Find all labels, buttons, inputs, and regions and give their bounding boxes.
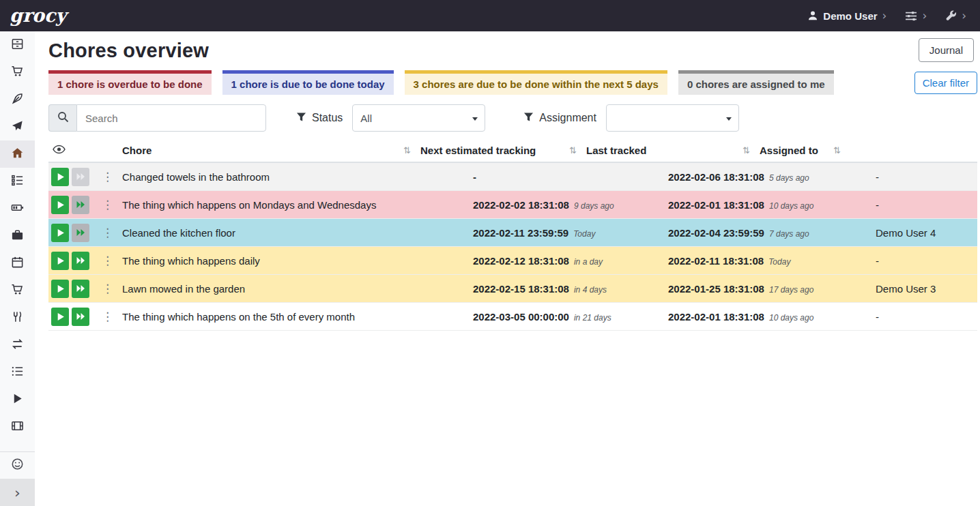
briefcase-icon xyxy=(11,228,24,244)
skip-chore-button[interactable] xyxy=(72,196,89,214)
sidebar-item-purchase[interactable] xyxy=(0,277,35,304)
skip-chore-button[interactable] xyxy=(72,252,89,270)
stock-overview-icon xyxy=(11,38,24,53)
assigned-to-cell: - xyxy=(876,170,977,184)
banner-due-soon[interactable]: 3 chores are due to be done within the n… xyxy=(405,70,667,95)
journal-button[interactable]: Journal xyxy=(919,38,974,62)
last-tracked-cell: 2022-02-01 18:31:0810 days ago xyxy=(668,198,876,212)
sidebar-item-shopping-list[interactable] xyxy=(0,59,35,86)
admin-tools-menu[interactable]: › xyxy=(945,10,966,22)
chore-name[interactable]: Cleaned the kitchen floor xyxy=(122,226,473,240)
last-tracked-cell: 2022-01-25 18:31:0817 days ago xyxy=(668,282,876,296)
track-chore-button[interactable] xyxy=(51,252,69,270)
sidebar-item-calendar[interactable] xyxy=(0,250,35,277)
row-menu-button[interactable]: ⋮ xyxy=(98,199,117,211)
filter-funnel-icon xyxy=(296,112,306,125)
table-row: ⋮ Changed towels in the bathroom - 2022-… xyxy=(48,163,977,191)
track-chore-button[interactable] xyxy=(51,196,69,214)
header-last-tracked[interactable]: Last tracked ⇅ xyxy=(582,139,755,162)
sidebar-collapse-toggle[interactable]: › xyxy=(0,479,35,506)
banner-assigned-to-me[interactable]: 0 chores are assigned to me xyxy=(678,70,834,95)
assigned-to-cell: - xyxy=(876,198,977,212)
row-menu-button[interactable]: ⋮ xyxy=(98,311,117,323)
table-row: ⋮ The thing which happens daily 2022-02-… xyxy=(48,247,977,275)
navbar-right: Demo User › › › xyxy=(807,10,966,22)
sidebar-item-transfer[interactable] xyxy=(0,331,35,359)
next-tracking-cell: 2022-02-12 18:31:08in a day xyxy=(473,254,668,268)
row-menu-button[interactable]: ⋮ xyxy=(98,283,117,295)
row-menu-button[interactable]: ⋮ xyxy=(98,255,117,267)
search-group xyxy=(48,104,266,132)
assigned-to-cell: Demo User 3 xyxy=(876,282,977,296)
search-icon xyxy=(57,111,69,125)
status-select[interactable]: All xyxy=(352,104,485,132)
chore-name[interactable]: Changed towels in the bathroom xyxy=(122,170,473,184)
sidebar-item-batteries-overview[interactable] xyxy=(0,195,35,222)
row-actions: ⋮ xyxy=(48,166,122,188)
sliders-icon xyxy=(905,10,917,22)
sidebar-spacer xyxy=(0,441,35,451)
chore-name[interactable]: The thing which happens on the 5th of ev… xyxy=(122,310,473,324)
header-next-estimated-tracking[interactable]: Next estimated tracking ⇅ xyxy=(416,139,582,162)
user-menu[interactable]: Demo User › xyxy=(807,10,887,22)
chore-name[interactable]: Lawn mowed in the garden xyxy=(122,282,473,296)
user-icon xyxy=(807,10,818,21)
track-chore-button[interactable] xyxy=(51,308,69,326)
sidebar-item-tasks[interactable] xyxy=(0,168,35,195)
skip-chore-button[interactable] xyxy=(72,224,89,242)
play-icon xyxy=(11,392,24,408)
smiley-icon xyxy=(11,458,24,473)
chore-name[interactable]: The thing which happens on Mondays and W… xyxy=(122,198,473,212)
sort-icon[interactable]: ⇅ xyxy=(569,145,577,155)
sidebar-item-recipes[interactable] xyxy=(0,86,35,113)
skip-chore-button[interactable] xyxy=(72,308,89,326)
sidebar-item-consume[interactable] xyxy=(0,304,35,331)
page-header: Chores overview Journal xyxy=(48,38,977,62)
next-tracking-cell: 2022-02-11 23:59:59Today xyxy=(473,226,668,240)
sidebar-item-meal-plan[interactable] xyxy=(0,113,35,140)
paper-plane-icon xyxy=(11,119,24,135)
sort-icon[interactable]: ⇅ xyxy=(833,145,841,155)
chevron-right-icon: › xyxy=(962,10,966,22)
chevron-right-icon: › xyxy=(14,484,20,501)
next-tracking-cell: - xyxy=(473,170,668,184)
banner-overdue[interactable]: 1 chore is overdue to be done xyxy=(48,70,212,95)
sidebar: › xyxy=(0,31,35,506)
top-navbar: grocy Demo User › › › xyxy=(0,0,980,31)
sidebar-item-feedback[interactable] xyxy=(0,451,35,479)
next-tracking-cell: 2022-02-15 18:31:08in 4 days xyxy=(473,282,668,296)
search-input[interactable] xyxy=(76,104,266,132)
track-chore-button[interactable] xyxy=(51,224,69,242)
row-menu-button[interactable]: ⋮ xyxy=(98,171,117,183)
sidebar-item-chore-tracking[interactable] xyxy=(0,386,35,413)
assignment-select[interactable] xyxy=(606,104,739,132)
row-menu-button[interactable]: ⋮ xyxy=(98,227,117,239)
column-visibility-header[interactable] xyxy=(48,139,122,162)
sort-icon[interactable]: ⇅ xyxy=(743,145,750,155)
track-chore-button[interactable] xyxy=(51,280,69,298)
header-assigned-to[interactable]: Assigned to ⇅ xyxy=(755,139,846,162)
track-chore-button[interactable] xyxy=(51,168,69,186)
last-tracked-cell: 2022-02-01 18:31:0810 days ago xyxy=(668,310,876,324)
skip-chore-button[interactable] xyxy=(72,280,89,298)
battery-icon xyxy=(11,201,24,217)
page-title: Chores overview xyxy=(48,40,209,62)
grocy-logo[interactable]: grocy xyxy=(10,0,66,31)
caret-down-icon xyxy=(472,117,478,121)
sidebar-item-battery-tracking[interactable] xyxy=(0,413,35,441)
table-row: ⋮ The thing which happens on Mondays and… xyxy=(48,191,977,219)
chore-name[interactable]: The thing which happens daily xyxy=(122,254,473,268)
sidebar-item-equipment[interactable] xyxy=(0,222,35,250)
list-icon xyxy=(11,365,24,381)
sidebar-item-inventory[interactable] xyxy=(0,359,35,386)
purchase-cart-icon xyxy=(11,283,24,299)
shopping-cart-icon xyxy=(11,65,24,80)
banner-due-today[interactable]: 1 chore is due to be done today xyxy=(222,70,394,95)
quick-settings-menu[interactable]: › xyxy=(905,10,927,22)
clear-filter-button[interactable]: Clear filter xyxy=(914,72,977,94)
sort-icon[interactable]: ⇅ xyxy=(403,145,411,155)
search-button[interactable] xyxy=(48,104,76,132)
header-chore[interactable]: Chore ⇅ xyxy=(122,139,416,162)
sidebar-item-chores-overview[interactable] xyxy=(0,140,35,168)
sidebar-item-stock-overview[interactable] xyxy=(0,31,35,59)
